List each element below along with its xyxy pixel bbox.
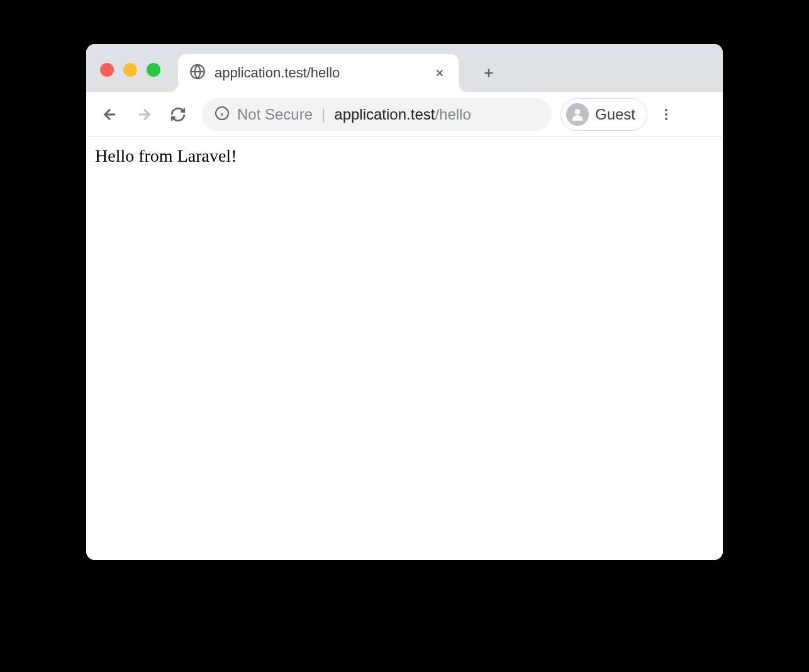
address-bar[interactable]: Not Secure | application.test/hello [202, 98, 552, 131]
browser-tab[interactable]: application.test/hello [178, 54, 459, 92]
new-tab-button[interactable] [474, 58, 504, 88]
svg-point-10 [575, 109, 581, 115]
separator: | [321, 106, 325, 123]
menu-button[interactable] [651, 99, 681, 130]
svg-point-13 [665, 118, 667, 120]
window-controls [100, 63, 160, 77]
info-icon [215, 106, 230, 123]
close-tab-button[interactable] [432, 65, 447, 81]
svg-point-11 [665, 109, 667, 111]
minimize-window-button[interactable] [123, 63, 137, 77]
person-icon [566, 103, 589, 126]
security-status: Not Secure [237, 106, 313, 123]
reload-button[interactable] [163, 99, 193, 130]
profile-label: Guest [595, 106, 635, 123]
forward-button[interactable] [129, 99, 159, 130]
back-button[interactable] [95, 99, 125, 130]
profile-button[interactable]: Guest [561, 98, 647, 131]
browser-window: application.test/hello [86, 44, 723, 560]
url-display: application.test/hello [334, 106, 471, 123]
close-window-button[interactable] [100, 63, 114, 77]
tab-title: application.test/hello [215, 65, 423, 81]
page-content: Hello from Laravel! [86, 137, 723, 560]
maximize-window-button[interactable] [147, 63, 160, 77]
tab-bar: application.test/hello [86, 44, 723, 92]
globe-icon [189, 64, 206, 82]
url-host: application.test [334, 106, 435, 123]
url-path: /hello [435, 106, 471, 123]
svg-point-12 [665, 113, 667, 116]
toolbar: Not Secure | application.test/hello Gues… [86, 92, 723, 137]
page-body-text: Hello from Laravel! [95, 146, 714, 166]
